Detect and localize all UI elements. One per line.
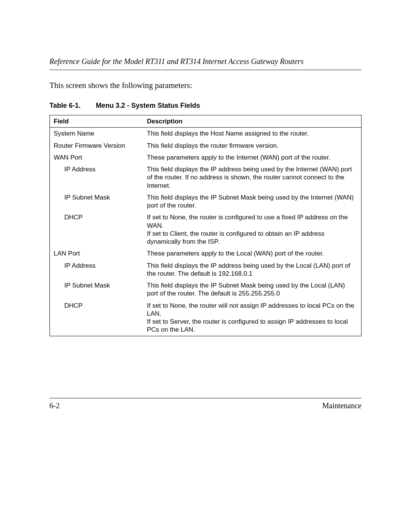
cell-description: This field displays the router firmware … [143, 140, 362, 152]
table-row: WAN PortThese parameters apply to the In… [50, 152, 362, 163]
cell-field: IP Address [50, 163, 143, 192]
table-caption: Table 6-1.Menu 3.2 - System Status Field… [49, 102, 362, 110]
cell-field-label: IP Subnet Mask [54, 281, 110, 289]
cell-field-label: IP Address [54, 165, 96, 173]
cell-field-label: DHCP [54, 213, 83, 221]
cell-field: LAN Port [50, 248, 143, 259]
table-row: IP AddressThis field displays the IP add… [50, 163, 362, 192]
intro-paragraph: This screen shows the following paramete… [49, 81, 362, 90]
cell-field: IP Address [50, 260, 143, 280]
cell-field-label: IP Address [54, 262, 96, 270]
running-header: Reference Guide for the Model RT311 and … [49, 57, 362, 70]
cell-field: Router Firmware Version [50, 140, 143, 152]
table-row: IP Subnet MaskThis field displays the IP… [50, 192, 362, 212]
table-header-row: Field Description [50, 115, 362, 128]
table-row: DHCPIf set to None, the router will not … [50, 300, 362, 336]
table-row: System NameThis field displays the Host … [50, 128, 362, 140]
page-footer: 6-2 Maintenance [49, 398, 362, 410]
cell-description: This field displays the IP Subnet Mask b… [143, 280, 362, 300]
cell-field: IP Subnet Mask [50, 280, 143, 300]
table-row: Router Firmware VersionThis field displa… [50, 140, 362, 152]
cell-description: This field displays the IP address being… [143, 260, 362, 280]
col-header-description: Description [143, 115, 362, 128]
system-status-table: Field Description System NameThis field … [49, 115, 362, 336]
cell-description: This field displays the IP Subnet Mask b… [143, 192, 362, 212]
cell-field: DHCP [50, 211, 143, 248]
cell-description: If set to None, the router is configured… [143, 211, 362, 248]
cell-field: System Name [50, 128, 143, 140]
table-row: DHCPIf set to None, the router is config… [50, 211, 362, 248]
table-caption-label: Table 6-1. [49, 102, 81, 109]
cell-field: WAN Port [50, 152, 143, 163]
table-row: LAN PortThese parameters apply to the Lo… [50, 248, 362, 259]
table-caption-title: Menu 3.2 - System Status Fields [96, 102, 200, 109]
cell-field: DHCP [50, 300, 143, 336]
cell-description: If set to None, the router will not assi… [143, 300, 362, 336]
col-header-field: Field [50, 115, 143, 128]
cell-description: This field displays the Host Name assign… [143, 128, 362, 140]
table-row: IP Subnet MaskThis field displays the IP… [50, 280, 362, 300]
cell-field-label: IP Subnet Mask [54, 193, 110, 201]
cell-field-label: DHCP [54, 302, 83, 310]
document-page: Reference Guide for the Model RT311 and … [0, 0, 411, 532]
footer-section: Maintenance [322, 401, 362, 410]
cell-description: These parameters apply to the Internet (… [143, 152, 362, 163]
cell-description: This field displays the IP address being… [143, 163, 362, 192]
page-number: 6-2 [49, 401, 60, 410]
cell-description: These parameters apply to the Local (WAN… [143, 248, 362, 259]
table-row: IP AddressThis field displays the IP add… [50, 260, 362, 280]
cell-field: IP Subnet Mask [50, 192, 143, 212]
